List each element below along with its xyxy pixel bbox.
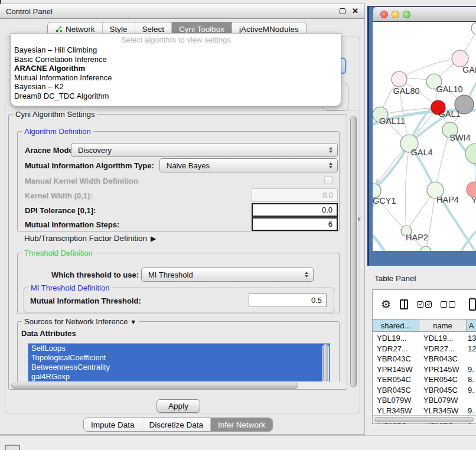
settings-horizontal-scrollbar[interactable] bbox=[10, 382, 347, 389]
column-header-shared[interactable]: shared... bbox=[373, 319, 419, 331]
algorithm-option-bayesian-k2[interactable]: Bayesian – K2 bbox=[11, 82, 341, 92]
table-cell[interactable]: YBR043C bbox=[419, 354, 467, 364]
bottom-tab-infer-network[interactable]: Infer Network bbox=[210, 418, 272, 431]
deselect-all-icon[interactable] bbox=[441, 301, 455, 308]
network-node[interactable] bbox=[471, 22, 476, 34]
table-cell[interactable]: 13 bbox=[467, 333, 476, 344]
table-row[interactable]: YER054CYER054C8. bbox=[373, 374, 476, 385]
table-cell[interactable]: YBR043C bbox=[373, 354, 419, 364]
which-threshold-label: Which threshold to use: bbox=[51, 270, 139, 279]
algorithm-option-bayesian-hill-climbing[interactable]: Bayesian – Hill Climbing bbox=[11, 45, 341, 55]
table-row[interactable]: YPR145WYPR145W9. bbox=[373, 364, 476, 375]
table-cell[interactable]: 9. bbox=[467, 385, 476, 396]
select-all-icon[interactable] bbox=[417, 301, 432, 308]
attribute-item-topologicalcoefficient[interactable]: TopologicalCoefficient bbox=[28, 353, 330, 363]
network-canvas[interactable]: GALGAL80GAL10GAL1GAL11SWI4GAL4GCY1HAP4YH… bbox=[373, 22, 476, 251]
table-row[interactable]: YDL19...YDL19...13 bbox=[373, 333, 476, 344]
mac-close-button[interactable] bbox=[380, 11, 388, 18]
network-node[interactable] bbox=[452, 50, 468, 67]
attribute-item-betweennesscentrality[interactable]: BetweennessCentrality bbox=[28, 363, 330, 372]
table-cell[interactable]: YDR27... bbox=[419, 344, 467, 354]
columns-icon[interactable] bbox=[400, 299, 408, 309]
kernel-width-input[interactable]: 0.0 bbox=[252, 188, 338, 202]
which-threshold-select[interactable]: MI Threshold bbox=[141, 268, 314, 282]
manual-kernel-checkbox[interactable] bbox=[324, 176, 332, 184]
table-row[interactable]: YBR045CYBR045C9. bbox=[373, 385, 476, 396]
algorithm-definition-group: Algorithm Definition Aracne Mode: Discov… bbox=[17, 131, 340, 231]
combo-arrows-icon bbox=[329, 147, 332, 153]
table-cell[interactable]: YBR045C bbox=[373, 385, 419, 396]
which-threshold-value: MI Threshold bbox=[148, 270, 193, 279]
table-cell[interactable]: YBL079W bbox=[373, 395, 419, 406]
table-cell[interactable]: YPR145W bbox=[373, 364, 419, 375]
table-cell[interactable]: YBR045C bbox=[419, 385, 467, 396]
network-node[interactable] bbox=[392, 71, 407, 87]
mi-steps-input[interactable]: 6 bbox=[252, 217, 338, 231]
table-cell[interactable]: 8. bbox=[467, 374, 476, 385]
dpi-tolerance-input[interactable]: 0.0 bbox=[252, 203, 338, 217]
table-cell[interactable]: YDL19... bbox=[419, 333, 467, 344]
aracne-mode-value: Discovery bbox=[78, 146, 112, 155]
sources-legend[interactable]: Sources for Network Inference ▼ bbox=[22, 317, 139, 326]
node-label-hap4: HAP4 bbox=[436, 195, 459, 204]
bottom-tab-infer-network-label: Infer Network bbox=[218, 420, 265, 429]
hub-section-toggle[interactable]: Hub/Transcription Factor Definition▶ bbox=[24, 234, 156, 243]
mi-threshold-input[interactable]: 0.5 bbox=[249, 294, 327, 307]
table-row[interactable]: YDR27...YDR27...12 bbox=[373, 344, 476, 354]
document-icon[interactable] bbox=[469, 298, 476, 311]
table-cell[interactable]: YDR27... bbox=[373, 344, 419, 354]
table-cell[interactable]: YLR345W bbox=[373, 406, 419, 416]
close-icon[interactable]: ✕ bbox=[352, 8, 358, 14]
network-node[interactable] bbox=[420, 246, 431, 251]
settings-vertical-scrollbar[interactable] bbox=[350, 115, 357, 390]
bottom-tab-impute-data[interactable]: Impute Data bbox=[84, 418, 142, 431]
network-edge[interactable] bbox=[435, 130, 450, 190]
table-cell[interactable]: YDL19... bbox=[373, 333, 419, 344]
table-horizontal-scrollbar[interactable] bbox=[373, 415, 476, 423]
table-row[interactable]: YBR043CYBR043C bbox=[373, 354, 476, 364]
table-cell[interactable] bbox=[467, 395, 476, 406]
control-panel: Control Panel ✕ NetworkStyleSelectCyni T… bbox=[0, 4, 365, 435]
attribute-item-selfloops[interactable]: SelfLoops bbox=[28, 344, 330, 353]
table-cell[interactable] bbox=[467, 354, 476, 364]
table-row[interactable]: YLR345WYLR345W9. bbox=[373, 406, 476, 416]
algorithm-option-dream8-dc-tdc-algorithm[interactable]: Dream8 DC_TDC Algorithm bbox=[11, 92, 341, 101]
mac-minimize-button[interactable] bbox=[392, 11, 399, 18]
table-cell[interactable]: YBL079W bbox=[419, 395, 467, 406]
algorithm-dropdown-list: Select algorithm to view settings Bayesi… bbox=[11, 33, 341, 106]
mac-zoom-button[interactable] bbox=[403, 11, 410, 18]
apply-button[interactable]: Apply bbox=[157, 399, 200, 413]
minimized-window-icon[interactable] bbox=[5, 445, 20, 450]
table-cell[interactable]: YER054C bbox=[419, 374, 467, 385]
gear-icon[interactable]: ⚙ bbox=[381, 299, 391, 310]
mi-type-select[interactable]: Naive Bayes bbox=[159, 158, 338, 172]
network-edge[interactable] bbox=[405, 144, 409, 231]
network-node[interactable] bbox=[465, 144, 476, 164]
algorithm-option-mutual-information-inference[interactable]: Mutual Information Inference bbox=[11, 73, 341, 83]
network-edge[interactable] bbox=[373, 230, 387, 251]
column-header-a[interactable]: A bbox=[467, 319, 476, 331]
algorithm-dropdown-placeholder: Select algorithm to view settings bbox=[11, 35, 341, 45]
panel-splitter-handle[interactable] bbox=[358, 217, 361, 221]
bottom-tab-discretize-data[interactable]: Discretize Data bbox=[142, 418, 211, 431]
mi-threshold-value: 0.5 bbox=[311, 296, 322, 305]
kernel-width-label: Kernel Width (0,1): bbox=[25, 191, 93, 200]
attribute-item-gal4rgexp[interactable]: gal4RGexp bbox=[28, 372, 330, 381]
float-icon[interactable] bbox=[340, 8, 345, 14]
column-header-name[interactable]: name bbox=[419, 319, 467, 331]
table-cell[interactable]: YLR345W bbox=[419, 406, 467, 416]
table-cell[interactable]: 12 bbox=[467, 344, 476, 354]
table-row[interactable]: YBL079WYBL079W bbox=[373, 395, 476, 406]
table-cell[interactable]: 9. bbox=[467, 364, 476, 375]
sources-group: Sources for Network Inference ▼ Data Att… bbox=[17, 321, 340, 389]
status-footer bbox=[0, 435, 476, 450]
network-window-titlebar[interactable] bbox=[373, 6, 476, 22]
node-label-gal10: GAL10 bbox=[436, 84, 462, 94]
table-cell[interactable]: 9. bbox=[467, 406, 476, 416]
aracne-mode-select[interactable]: Discovery bbox=[71, 143, 338, 157]
table-cell[interactable]: YPR145W bbox=[419, 364, 467, 375]
algorithm-option-basic-correlation-inference[interactable]: Basic Correlation Inference bbox=[11, 55, 341, 64]
algorithm-option-aracne-algorithm[interactable]: ARACNE Algorithm bbox=[11, 64, 341, 73]
attribute-list-scrollbar[interactable] bbox=[322, 344, 329, 383]
table-cell[interactable]: YER054C bbox=[373, 374, 419, 385]
